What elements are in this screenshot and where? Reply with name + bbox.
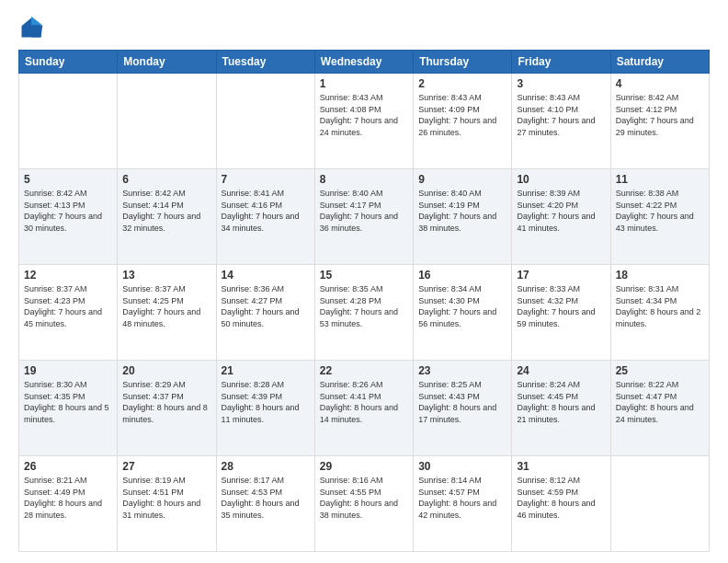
- day-number: 27: [122, 460, 210, 473]
- day-number: 20: [122, 364, 210, 377]
- table-cell: [118, 74, 216, 169]
- day-number: 26: [24, 460, 112, 473]
- calendar-table: Sunday Monday Tuesday Wednesday Thursday…: [18, 50, 710, 552]
- calendar-row: 26Sunrise: 8:21 AMSunset: 4:49 PMDayligh…: [19, 456, 710, 552]
- cell-info: Sunrise: 8:43 AMSunset: 4:10 PMDaylight:…: [517, 92, 605, 138]
- header-wednesday: Wednesday: [314, 51, 413, 74]
- day-number: 18: [616, 269, 704, 282]
- header-saturday: Saturday: [610, 51, 709, 74]
- table-cell: 6Sunrise: 8:42 AMSunset: 4:14 PMDaylight…: [118, 169, 216, 265]
- table-cell: 10Sunrise: 8:39 AMSunset: 4:20 PMDayligh…: [512, 169, 610, 265]
- table-cell: 16Sunrise: 8:34 AMSunset: 4:30 PMDayligh…: [414, 265, 512, 361]
- table-cell: [216, 74, 314, 169]
- table-cell: 2Sunrise: 8:43 AMSunset: 4:09 PMDaylight…: [414, 74, 512, 169]
- day-number: 22: [320, 364, 408, 377]
- day-number: 24: [517, 364, 605, 377]
- cell-info: Sunrise: 8:29 AMSunset: 4:37 PMDaylight:…: [122, 379, 210, 425]
- day-number: 29: [320, 460, 408, 473]
- cell-info: Sunrise: 8:36 AMSunset: 4:27 PMDaylight:…: [222, 283, 310, 329]
- table-cell: 11Sunrise: 8:38 AMSunset: 4:22 PMDayligh…: [610, 169, 709, 265]
- table-cell: 3Sunrise: 8:43 AMSunset: 4:10 PMDaylight…: [512, 74, 610, 169]
- day-number: 6: [122, 173, 210, 186]
- calendar-row: 12Sunrise: 8:37 AMSunset: 4:23 PMDayligh…: [19, 265, 710, 361]
- day-number: 11: [616, 173, 704, 186]
- cell-info: Sunrise: 8:42 AMSunset: 4:14 PMDaylight:…: [122, 188, 210, 234]
- day-number: 19: [24, 364, 112, 377]
- day-number: 4: [616, 77, 704, 90]
- day-number: 13: [122, 269, 210, 282]
- day-number: 12: [24, 269, 112, 282]
- table-cell: 1Sunrise: 8:43 AMSunset: 4:08 PMDaylight…: [314, 74, 413, 169]
- page: Sunday Monday Tuesday Wednesday Thursday…: [0, 0, 728, 563]
- table-cell: 28Sunrise: 8:17 AMSunset: 4:53 PMDayligh…: [216, 456, 314, 552]
- table-cell: 27Sunrise: 8:19 AMSunset: 4:51 PMDayligh…: [118, 456, 216, 552]
- day-number: 8: [320, 173, 408, 186]
- day-number: 23: [418, 364, 506, 377]
- header-sunday: Sunday: [19, 51, 118, 74]
- table-cell: 4Sunrise: 8:42 AMSunset: 4:12 PMDaylight…: [610, 74, 709, 169]
- day-number: 7: [222, 173, 310, 186]
- svg-marker-2: [31, 25, 42, 37]
- day-number: 30: [418, 460, 506, 473]
- cell-info: Sunrise: 8:38 AMSunset: 4:22 PMDaylight:…: [616, 188, 704, 234]
- cell-info: Sunrise: 8:35 AMSunset: 4:28 PMDaylight:…: [320, 283, 408, 329]
- cell-info: Sunrise: 8:12 AMSunset: 4:59 PMDaylight:…: [517, 475, 605, 521]
- calendar-row: 19Sunrise: 8:30 AMSunset: 4:35 PMDayligh…: [19, 361, 710, 456]
- calendar-row: 1Sunrise: 8:43 AMSunset: 4:08 PMDaylight…: [19, 74, 710, 169]
- header-monday: Monday: [118, 51, 216, 74]
- cell-info: Sunrise: 8:43 AMSunset: 4:08 PMDaylight:…: [320, 92, 408, 138]
- cell-info: Sunrise: 8:30 AMSunset: 4:35 PMDaylight:…: [24, 379, 112, 425]
- table-cell: 7Sunrise: 8:41 AMSunset: 4:16 PMDaylight…: [216, 169, 314, 265]
- day-number: 1: [320, 77, 408, 90]
- table-cell: 25Sunrise: 8:22 AMSunset: 4:47 PMDayligh…: [610, 361, 709, 456]
- day-number: 16: [418, 269, 506, 282]
- table-cell: 17Sunrise: 8:33 AMSunset: 4:32 PMDayligh…: [512, 265, 610, 361]
- day-number: 21: [222, 364, 310, 377]
- day-number: 25: [616, 364, 704, 377]
- logo-icon: [18, 15, 44, 40]
- table-cell: 22Sunrise: 8:26 AMSunset: 4:41 PMDayligh…: [314, 361, 413, 456]
- cell-info: Sunrise: 8:41 AMSunset: 4:16 PMDaylight:…: [222, 188, 310, 234]
- cell-info: Sunrise: 8:19 AMSunset: 4:51 PMDaylight:…: [122, 475, 210, 521]
- cell-info: Sunrise: 8:25 AMSunset: 4:43 PMDaylight:…: [418, 379, 506, 425]
- cell-info: Sunrise: 8:21 AMSunset: 4:49 PMDaylight:…: [24, 475, 112, 521]
- table-cell: 15Sunrise: 8:35 AMSunset: 4:28 PMDayligh…: [314, 265, 413, 361]
- table-cell: 9Sunrise: 8:40 AMSunset: 4:19 PMDaylight…: [414, 169, 512, 265]
- cell-info: Sunrise: 8:40 AMSunset: 4:17 PMDaylight:…: [320, 188, 408, 234]
- table-cell: 24Sunrise: 8:24 AMSunset: 4:45 PMDayligh…: [512, 361, 610, 456]
- table-cell: 13Sunrise: 8:37 AMSunset: 4:25 PMDayligh…: [118, 265, 216, 361]
- cell-info: Sunrise: 8:37 AMSunset: 4:25 PMDaylight:…: [122, 283, 210, 329]
- day-number: 17: [517, 269, 605, 282]
- table-cell: 31Sunrise: 8:12 AMSunset: 4:59 PMDayligh…: [512, 456, 610, 552]
- cell-info: Sunrise: 8:14 AMSunset: 4:57 PMDaylight:…: [418, 475, 506, 521]
- table-cell: 23Sunrise: 8:25 AMSunset: 4:43 PMDayligh…: [414, 361, 512, 456]
- table-cell: 19Sunrise: 8:30 AMSunset: 4:35 PMDayligh…: [19, 361, 118, 456]
- table-cell: 30Sunrise: 8:14 AMSunset: 4:57 PMDayligh…: [414, 456, 512, 552]
- cell-info: Sunrise: 8:33 AMSunset: 4:32 PMDaylight:…: [517, 283, 605, 329]
- weekday-header-row: Sunday Monday Tuesday Wednesday Thursday…: [19, 51, 710, 74]
- day-number: 28: [222, 460, 310, 473]
- cell-info: Sunrise: 8:16 AMSunset: 4:55 PMDaylight:…: [320, 475, 408, 521]
- table-cell: [19, 74, 118, 169]
- cell-info: Sunrise: 8:42 AMSunset: 4:12 PMDaylight:…: [616, 92, 704, 138]
- table-cell: 21Sunrise: 8:28 AMSunset: 4:39 PMDayligh…: [216, 361, 314, 456]
- cell-info: Sunrise: 8:17 AMSunset: 4:53 PMDaylight:…: [222, 475, 310, 521]
- day-number: 15: [320, 269, 408, 282]
- table-cell: 8Sunrise: 8:40 AMSunset: 4:17 PMDaylight…: [314, 169, 413, 265]
- day-number: 9: [418, 173, 506, 186]
- day-number: 2: [418, 77, 506, 90]
- cell-info: Sunrise: 8:24 AMSunset: 4:45 PMDaylight:…: [517, 379, 605, 425]
- day-number: 31: [517, 460, 605, 473]
- cell-info: Sunrise: 8:28 AMSunset: 4:39 PMDaylight:…: [222, 379, 310, 425]
- logo: [18, 15, 48, 40]
- cell-info: Sunrise: 8:37 AMSunset: 4:23 PMDaylight:…: [24, 283, 112, 329]
- header-thursday: Thursday: [414, 51, 512, 74]
- day-number: 14: [222, 269, 310, 282]
- cell-info: Sunrise: 8:22 AMSunset: 4:47 PMDaylight:…: [616, 379, 704, 425]
- table-cell: 29Sunrise: 8:16 AMSunset: 4:55 PMDayligh…: [314, 456, 413, 552]
- cell-info: Sunrise: 8:31 AMSunset: 4:34 PMDaylight:…: [616, 283, 704, 329]
- cell-info: Sunrise: 8:40 AMSunset: 4:19 PMDaylight:…: [418, 188, 506, 234]
- header-friday: Friday: [512, 51, 610, 74]
- table-cell: 14Sunrise: 8:36 AMSunset: 4:27 PMDayligh…: [216, 265, 314, 361]
- table-cell: 18Sunrise: 8:31 AMSunset: 4:34 PMDayligh…: [610, 265, 709, 361]
